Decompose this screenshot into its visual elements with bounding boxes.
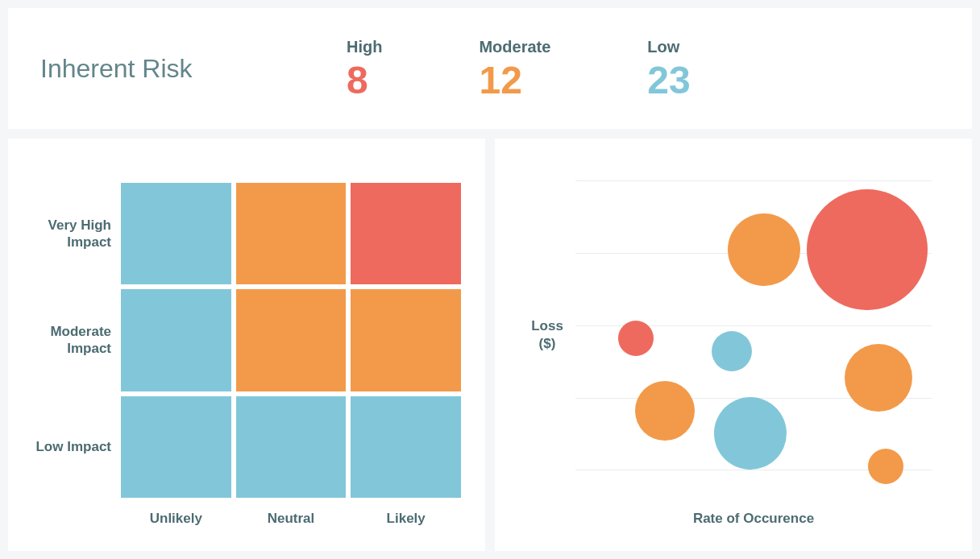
heatmap-cell-2-1: [236, 396, 347, 498]
metric-moderate-label: Moderate: [479, 38, 550, 56]
heatmap-cell-0-0: [121, 183, 231, 284]
dashboard-page: Inherent Risk High 8 Moderate 12 Low 23 …: [8, 8, 972, 551]
bubble-point: [714, 397, 787, 470]
bubble-chart-body: Loss ($): [519, 171, 932, 499]
heatmap-cells-1: [121, 289, 461, 391]
bubble-chart-panel: Loss ($) Rate of Occurence: [495, 139, 972, 551]
bubble-point: [635, 381, 695, 441]
heatmap-cell-1-1: [236, 289, 347, 391]
heatmap-cell-2-2: [351, 396, 461, 498]
gridline: [575, 180, 932, 181]
bubble-chart: Loss ($) Rate of Occurence: [519, 171, 932, 527]
heatmap-cells-2: [121, 396, 461, 498]
heatmap-cell-2-0: [121, 396, 231, 498]
heatmap-cell-0-2: [351, 183, 461, 284]
heatmap-ylabel-1: Moderate Impact: [32, 289, 121, 391]
bubble-point: [845, 344, 912, 412]
bubble-point: [728, 213, 800, 286]
heatmap-ylabel-0: Very High Impact: [32, 183, 121, 284]
heatmap-ylabel-2: Low Impact: [32, 396, 121, 498]
bubble-plot-area: [575, 171, 932, 499]
metric-moderate-value: 12: [479, 61, 550, 100]
bubble-point: [712, 331, 752, 371]
bubble-point: [868, 449, 903, 484]
heatmap-row-0: Very High Impact: [32, 183, 461, 284]
heatmap-cell-0-1: [236, 183, 347, 284]
heatmap-xlabel-0: Unlikely: [121, 511, 231, 527]
page-title: Inherent Risk: [40, 54, 347, 84]
risk-matrix-panel: Very High Impact Moderate Impact: [8, 139, 485, 551]
metric-low: Low 23: [647, 38, 690, 100]
risk-matrix: Very High Impact Moderate Impact: [32, 183, 461, 527]
heatmap-row-1: Moderate Impact: [32, 289, 461, 391]
heatmap-cell-1-0: [121, 289, 231, 391]
bubble-point: [618, 321, 654, 356]
heatmap-xaxis: Unlikely Neutral Likely: [32, 511, 461, 527]
heatmap-xlabel-2: Likely: [351, 511, 461, 527]
metric-high-label: High: [347, 38, 382, 56]
heatmap-row-2: Low Impact: [32, 396, 461, 498]
bubble-ylabel: Loss ($): [519, 171, 575, 499]
charts-row: Very High Impact Moderate Impact: [8, 139, 972, 551]
metric-high-value: 8: [347, 61, 382, 100]
heatmap-cells-0: [121, 183, 461, 284]
metric-high: High 8: [347, 38, 382, 100]
metric-low-value: 23: [647, 61, 690, 100]
heatmap-xlabel-1: Neutral: [236, 511, 347, 527]
risk-metrics: High 8 Moderate 12 Low 23: [347, 38, 948, 100]
risk-summary-header: Inherent Risk High 8 Moderate 12 Low 23: [8, 8, 972, 129]
bubble-xlabel: Rate of Occurence: [519, 499, 932, 527]
metric-low-label: Low: [647, 38, 690, 56]
bubble-point: [807, 189, 928, 310]
heatmap-cell-1-2: [351, 289, 461, 391]
metric-moderate: Moderate 12: [479, 38, 550, 100]
